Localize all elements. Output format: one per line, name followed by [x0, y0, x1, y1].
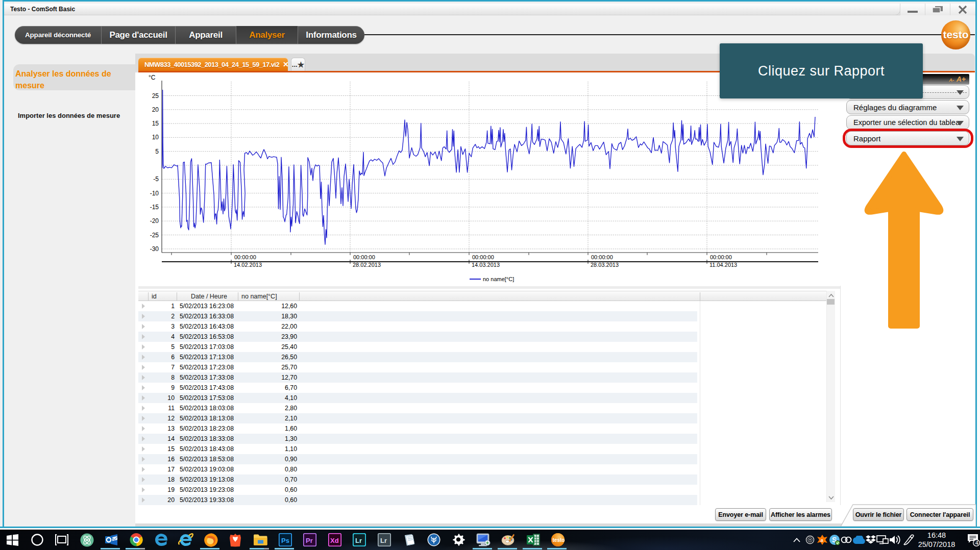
- svg-text:28.02.2013: 28.02.2013: [353, 262, 381, 268]
- svg-text:°C: °C: [149, 74, 156, 81]
- svg-text:Lr: Lr: [380, 537, 387, 544]
- svg-text:-30: -30: [150, 245, 159, 253]
- svg-text:-20: -20: [150, 217, 159, 224]
- svg-text:14.03.2013: 14.03.2013: [472, 262, 500, 268]
- svg-text:-15: -15: [150, 204, 159, 211]
- svg-text:Ps: Ps: [281, 537, 289, 544]
- svg-text:00:00:00: 00:00:00: [710, 254, 732, 260]
- svg-text:11.04.2013: 11.04.2013: [709, 262, 737, 268]
- svg-text:-25: -25: [150, 232, 159, 239]
- svg-text:00:00:00: 00:00:00: [234, 254, 256, 260]
- svg-text:28.03.2013: 28.03.2013: [591, 262, 619, 268]
- svg-text:Pr: Pr: [306, 537, 313, 544]
- svg-text:Lr: Lr: [355, 537, 362, 544]
- svg-text:00:00:00: 00:00:00: [353, 254, 375, 260]
- svg-text:20: 20: [152, 106, 159, 113]
- svg-text:testo: testo: [553, 537, 565, 543]
- svg-text:Xd: Xd: [330, 537, 339, 544]
- svg-text:-5: -5: [153, 176, 159, 183]
- svg-text:5: 5: [155, 148, 159, 155]
- svg-text:15: 15: [152, 120, 159, 127]
- svg-text:00:00:00: 00:00:00: [472, 254, 494, 260]
- svg-text:25: 25: [152, 92, 159, 99]
- svg-text:a: a: [821, 538, 823, 543]
- svg-text:14.02.2013: 14.02.2013: [234, 262, 262, 268]
- svg-text:-10: -10: [150, 190, 159, 197]
- svg-text:10: 10: [152, 134, 159, 141]
- svg-text:00:00:00: 00:00:00: [591, 254, 613, 260]
- svg-text:4: 4: [975, 540, 978, 546]
